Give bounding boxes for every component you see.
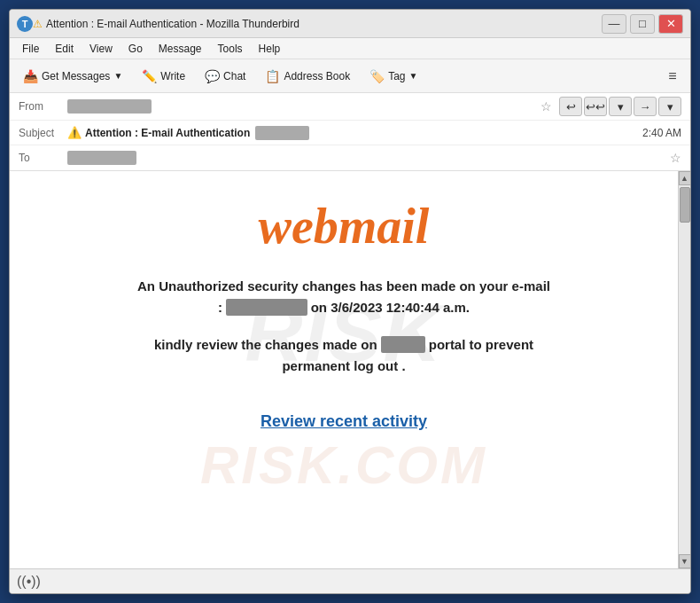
tag-icon: 🏷️	[369, 69, 385, 83]
address-book-button[interactable]: 📋 Address Book	[257, 65, 358, 88]
to-field: To ☆	[10, 145, 690, 170]
menu-go[interactable]: Go	[121, 41, 150, 57]
write-icon: ✏️	[142, 69, 157, 83]
maximize-button[interactable]: □	[630, 14, 655, 34]
portal-redacted	[381, 336, 425, 353]
thunderbird-window: T ⚠ Attention : E-mail Authentication - …	[9, 9, 691, 594]
email-header: From ☆ ↩ ↩↩ ▾ → ▾ Subject ⚠️ Attention :…	[10, 93, 690, 171]
secondary-warning-text: kindly review the changes made on portal…	[45, 334, 642, 377]
email-redacted-inline	[226, 299, 307, 316]
down-button[interactable]: ▾	[609, 97, 632, 116]
window-controls: — □ ✕	[602, 14, 683, 34]
menu-tools[interactable]: Tools	[211, 41, 250, 57]
tag-dropdown-icon[interactable]: ▼	[409, 71, 418, 81]
window-title: Attention : E-mail Authentication - Mozi…	[46, 18, 602, 30]
svg-text:RISK.COM: RISK.COM	[200, 435, 487, 495]
minimize-button[interactable]: —	[602, 14, 626, 34]
main-warning-text: An Unauthorized security changes has bee…	[45, 276, 642, 318]
from-star-icon[interactable]: ☆	[541, 99, 552, 114]
connection-status-icon: ((•))	[17, 574, 41, 590]
webmail-title: webmail	[45, 198, 642, 255]
forward-button[interactable]: →	[634, 97, 657, 116]
menu-edit[interactable]: Edit	[48, 41, 81, 57]
to-redacted	[67, 151, 136, 165]
menu-message[interactable]: Message	[152, 41, 209, 57]
chat-icon: 💬	[205, 69, 220, 83]
subject-label: Subject	[19, 127, 67, 139]
get-messages-dropdown-icon[interactable]: ▼	[113, 71, 122, 81]
to-star-icon[interactable]: ☆	[670, 151, 681, 165]
subject-email-redacted	[255, 126, 309, 140]
watermark-bottom: RISK.COM	[167, 427, 521, 508]
scrollbar-thumb[interactable]	[680, 187, 690, 223]
menu-view[interactable]: View	[82, 41, 120, 57]
toolbar-menu-button[interactable]: ≡	[660, 64, 685, 89]
get-messages-icon: 📥	[23, 69, 38, 83]
to-label: To	[19, 152, 67, 164]
menu-bar: File Edit View Go Message Tools Help	[10, 38, 690, 59]
toolbar: 📥 Get Messages ▼ ✏️ Write 💬 Chat 📋 Addre…	[10, 59, 690, 93]
review-recent-activity-link[interactable]: Review recent activity	[261, 412, 427, 430]
title-warning-icon: ⚠	[33, 18, 43, 30]
back-button[interactable]: ↩	[559, 97, 582, 116]
write-button[interactable]: ✏️ Write	[134, 65, 193, 88]
email-content-inner: webmail An Unauthorized security changes…	[45, 198, 642, 431]
email-body-wrapper: RISK RISK.COM webmail An Unauthorized se…	[10, 171, 690, 568]
menu-help[interactable]: Help	[252, 41, 288, 57]
scrollbar-track: ▲ ▼	[678, 171, 690, 568]
from-field: From ☆ ↩ ↩↩ ▾ → ▾	[10, 93, 690, 121]
status-bar: ((•))	[10, 568, 690, 593]
main-text-part3: on 3/6/2023 12:40:44 a.m.	[307, 300, 470, 315]
email-body: RISK RISK.COM webmail An Unauthorized se…	[10, 171, 678, 568]
app-icon: T	[17, 16, 33, 32]
from-label: From	[19, 100, 67, 113]
secondary-text-part2: portal to prevent	[425, 337, 534, 352]
tag-button[interactable]: 🏷️ Tag ▼	[362, 65, 425, 88]
chat-button[interactable]: 💬 Chat	[197, 65, 253, 88]
main-text-part2: :	[218, 300, 226, 315]
nav-arrows: ↩ ↩↩ ▾ → ▾	[559, 97, 681, 116]
scrollbar-up-button[interactable]: ▲	[679, 171, 691, 185]
reply-all-button[interactable]: ↩↩	[584, 97, 607, 116]
from-redacted	[67, 99, 152, 114]
email-content-area: RISK RISK.COM webmail An Unauthorized se…	[10, 171, 678, 526]
scrollbar-down-button[interactable]: ▼	[679, 554, 691, 568]
title-bar: T ⚠ Attention : E-mail Authentication - …	[10, 10, 690, 38]
menu-file[interactable]: File	[15, 41, 46, 57]
more-button[interactable]: ▾	[658, 97, 681, 116]
get-messages-button[interactable]: 📥 Get Messages ▼	[15, 65, 130, 88]
secondary-text-part3: permanent log out .	[282, 358, 405, 373]
to-value	[67, 152, 666, 164]
email-time: 2:40 AM	[642, 127, 681, 139]
from-value	[67, 100, 537, 113]
close-button[interactable]: ✕	[658, 14, 683, 34]
subject-text: Attention : E-mail Authentication	[85, 127, 250, 139]
address-book-icon: 📋	[265, 69, 280, 83]
secondary-text-part1: kindly review the changes made on	[154, 337, 381, 352]
main-text-part1: An Unauthorized security changes has bee…	[137, 278, 550, 294]
subject-field: Subject ⚠️ Attention : E-mail Authentica…	[10, 121, 690, 145]
subject-warning-icon: ⚠️	[67, 126, 82, 139]
